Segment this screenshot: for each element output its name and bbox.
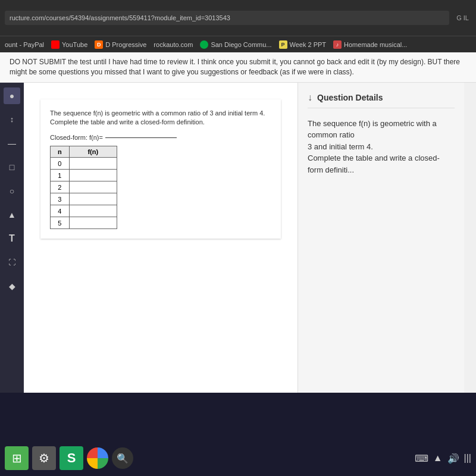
browser-right-text: G IL — [454, 13, 471, 23]
right-panel: ↓ Question Details The sequence f(n) is … — [298, 83, 464, 393]
panel-text-content3: Complete the table and write a closed-fo… — [308, 154, 440, 174]
address-bar[interactable]: ructure.com/courses/54394/assignments/55… — [5, 11, 449, 25]
content-layout: ● ↕ — □ ○ ▲ T ⛶ ◆ The sequence f(n) is g… — [0, 83, 476, 393]
table-cell-fn-3 — [69, 193, 117, 205]
tool-crop[interactable]: ⛶ — [4, 254, 20, 271]
browser-chrome: ructure.com/courses/54394/assignments/55… — [0, 0, 476, 36]
panel-text-content1: The sequence f(n) is geometric with a co… — [308, 119, 437, 140]
bookmarks-bar: ount - PayPal YouTube D D Progressive ro… — [0, 36, 476, 52]
progressive-label: D Progressive — [105, 41, 146, 48]
table-cell-n-5: 5 — [51, 217, 70, 229]
table-cell-fn-1 — [69, 170, 117, 181]
table-cell-n-4: 4 — [51, 205, 70, 217]
tool-rectangle[interactable]: □ — [4, 159, 20, 176]
table-row: 0 — [51, 158, 117, 170]
table-row: 3 — [51, 193, 117, 205]
table-cell-n-1: 1 — [51, 170, 70, 181]
taskbar-start-button[interactable]: ⊞ — [5, 446, 29, 470]
week2-label: Week 2 PPT — [290, 41, 327, 48]
panel-title: Question Details — [317, 93, 383, 102]
table-row: 4 — [51, 205, 117, 217]
table-header-n: n — [51, 146, 70, 158]
bookmark-rockauto[interactable]: rockauto.com — [154, 41, 193, 48]
taskbar-settings-icon[interactable]: ⚙ — [32, 446, 56, 470]
table-cell-fn-0 — [69, 158, 117, 170]
volume-icon: 🔊 — [447, 453, 459, 464]
table-cell-n-2: 2 — [51, 181, 70, 193]
table-cell-fn-2 — [69, 181, 117, 193]
week2-icon: P — [279, 40, 287, 49]
panel-body: The sequence f(n) is geometric with a co… — [308, 118, 455, 176]
panel-text-content2: 3 and initial term 4. — [308, 142, 373, 151]
tool-text[interactable]: T — [4, 230, 20, 247]
warning-banner: DO NOT SUBMIT the test until I have had … — [0, 52, 476, 83]
network-icon: ▲ — [433, 453, 443, 464]
tool-pointer[interactable]: ● — [4, 87, 20, 104]
main-content: DO NOT SUBMIT the test until I have had … — [0, 52, 476, 393]
table-row: 1 — [51, 170, 117, 181]
keyboard-icon: ⌨ — [415, 453, 428, 464]
bookmark-sandiego[interactable]: San Diego Commu... — [200, 40, 271, 49]
left-sidebar: ● ↕ — □ ○ ▲ T ⛶ ◆ — [0, 83, 24, 393]
youtube-label: YouTube — [62, 41, 87, 48]
closed-form-row: Closed-form: f(n)= — [50, 134, 271, 141]
question-description: The sequence f(n) is geometric with a co… — [50, 109, 271, 127]
down-arrow-icon: ↓ — [308, 92, 312, 103]
taskbar-chrome-icon[interactable] — [87, 447, 108, 469]
tool-circle[interactable]: ○ — [4, 183, 20, 199]
rockauto-label: rockauto.com — [154, 41, 193, 48]
warning-text: DO NOT SUBMIT the test until I have had … — [10, 58, 460, 76]
table-header-fn: f(n) — [69, 146, 117, 158]
tool-shape[interactable]: ◆ — [4, 278, 20, 295]
tool-minus[interactable]: — — [4, 135, 20, 152]
youtube-icon — [51, 40, 60, 49]
table-row: 2 — [51, 181, 117, 193]
taskbar-skype-icon[interactable]: S — [60, 446, 83, 470]
tool-arrow[interactable]: ▲ — [4, 206, 20, 223]
table-cell-fn-4 — [69, 205, 117, 217]
sequence-table: n f(n) 012345 — [50, 146, 117, 229]
sandiego-icon — [200, 40, 208, 49]
sandiego-label: San Diego Commu... — [211, 41, 271, 48]
progressive-icon: D — [95, 40, 103, 49]
taskbar-right-area: ⌨ ▲ 🔊 ||| — [415, 453, 471, 464]
bookmark-paypal[interactable]: ount - PayPal — [5, 41, 44, 48]
taskbar: ⊞ ⚙ S 🔍 ⌨ ▲ 🔊 ||| — [0, 440, 476, 476]
bookmark-progressive[interactable]: D D Progressive — [95, 40, 146, 49]
tool-zoom[interactable]: ↕ — [4, 111, 20, 128]
paypal-label: ount - PayPal — [5, 41, 44, 48]
panel-text-line1: The sequence f(n) is geometric with a co… — [308, 118, 455, 141]
closed-form-input-line — [105, 137, 177, 138]
homemade-icon: ♪ — [333, 40, 342, 49]
address-text: ructure.com/courses/54394/assignments/55… — [10, 14, 230, 21]
signal-icon: ||| — [464, 453, 471, 464]
closed-form-text: Closed-form: f(n)= — [50, 134, 103, 141]
bookmark-week2[interactable]: P Week 2 PPT — [279, 40, 327, 49]
table-cell-n-3: 3 — [51, 193, 70, 205]
table-row: 5 — [51, 217, 117, 229]
homemade-label: Homemade musical... — [344, 41, 407, 48]
table-cell-n-0: 0 — [51, 158, 70, 170]
taskbar-search-icon[interactable]: 🔍 — [112, 447, 133, 469]
question-text: The sequence f(n) is geometric with a co… — [50, 109, 265, 126]
right-panel-header: ↓ Question Details — [308, 92, 455, 108]
bookmark-youtube[interactable]: YouTube — [51, 40, 87, 49]
table-cell-fn-5 — [69, 217, 117, 229]
panel-text-line3: Complete the table and write a closed-fo… — [308, 152, 455, 176]
panel-text-line2: 3 and initial term 4. — [308, 141, 455, 153]
question-area: The sequence f(n) is geometric with a co… — [24, 83, 298, 393]
bookmark-homemade[interactable]: ♪ Homemade musical... — [333, 40, 407, 49]
